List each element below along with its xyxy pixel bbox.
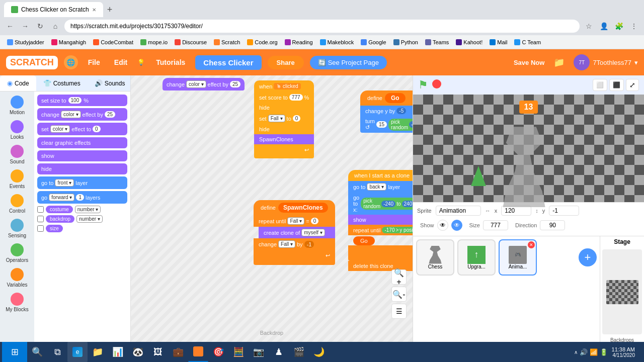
zoom-in-btn[interactable]: 🔍+ <box>391 269 407 285</box>
taskbar-chess[interactable]: ♟ <box>269 342 289 362</box>
direction-input[interactable] <box>540 220 565 230</box>
profile-btn[interactable]: 👤 <box>598 20 610 32</box>
tab-close-btn[interactable]: ✕ <box>92 7 96 13</box>
size-input[interactable] <box>483 220 508 230</box>
taskbar-panda[interactable]: 🐼 <box>128 342 148 362</box>
category-looks[interactable]: Looks <box>2 118 33 142</box>
canvas-change-fall[interactable]: change Fall ▾ by -1 <box>254 238 335 250</box>
bm-mail[interactable]: Mail <box>487 38 510 46</box>
canvas-define-spawnclones[interactable]: define SpawnClones <box>254 200 335 215</box>
sprite-thumb-upgra[interactable]: ↑ Upgra... <box>457 239 496 276</box>
bm-reading[interactable]: Reading <box>282 38 316 46</box>
extensions-btn[interactable]: 🧩 <box>613 20 625 32</box>
category-control[interactable]: Control <box>2 192 33 216</box>
back-btn[interactable]: ← <box>4 20 16 32</box>
canvas-go-to-x-y[interactable]: go to x: pick random -240 to 240 y: 180 <box>348 193 413 215</box>
tray-up-icon[interactable]: ∧ <box>574 349 578 355</box>
category-myblocks[interactable]: My Blocks <box>2 291 33 314</box>
show-desktop-btn[interactable] <box>639 342 642 362</box>
refresh-btn[interactable]: ↻ <box>34 20 46 32</box>
zoom-out-btn[interactable]: 🔍- <box>391 287 407 302</box>
menu-btn[interactable]: ⋮ <box>628 20 640 32</box>
category-variables[interactable]: Variables <box>2 266 33 290</box>
bm-cteam[interactable]: C Team <box>511 38 544 46</box>
canvas-repeat-y[interactable]: repeat until -170 > y position <box>348 225 413 235</box>
canvas-change-y[interactable]: change y by -5 <box>360 106 413 116</box>
tab-sounds[interactable]: 🔊 Sounds <box>88 75 132 91</box>
stage-backdrop-thumb[interactable] <box>602 249 642 334</box>
user-menu[interactable]: 7T 7Toothless77 ▾ <box>574 54 638 70</box>
taskbar-edge[interactable]: e <box>67 342 88 362</box>
add-sprite-btn[interactable]: + <box>579 248 597 266</box>
home-btn[interactable]: ⌂ <box>49 20 61 32</box>
red-stop-btn[interactable] <box>432 79 441 91</box>
stage-small-btn[interactable]: ⬜ <box>593 79 607 91</box>
forward-btn[interactable]: → <box>19 20 31 32</box>
canvas-create-clone[interactable]: create clone of myself ▾ <box>259 227 335 238</box>
block-set-color[interactable]: set color ▾ effect to 0 <box>37 123 127 135</box>
taskbar-media[interactable]: 🎬 <box>289 342 309 362</box>
sprite-delete-btn[interactable]: ✕ <box>528 241 535 248</box>
canvas-when-clone[interactable]: when I start as a clone <box>348 170 413 181</box>
category-operators[interactable]: Operators <box>2 241 33 265</box>
block-go-to-front[interactable]: go to front ▾ layer <box>37 176 127 189</box>
bm-makeblock[interactable]: Makeblock <box>317 38 357 46</box>
category-events[interactable]: Events <box>2 167 33 191</box>
block-go-forward[interactable]: go forward ▾ 1 layers <box>37 191 127 204</box>
canvas-spawnclones[interactable]: SpawnClones <box>254 134 314 144</box>
nav-tutorials[interactable]: Tutorials <box>152 56 189 68</box>
bm-discourse[interactable]: Discourse <box>172 38 210 46</box>
taskbar-search[interactable]: 🔍 <box>27 342 47 362</box>
bm-kahoot[interactable]: Kahoot! <box>453 38 486 46</box>
bm-mope[interactable]: mope.io <box>137 38 171 46</box>
taskbar-clock[interactable]: 11:38 AM 4/11/2020 <box>610 346 637 358</box>
block-clear-effects[interactable]: clear graphic effects <box>37 137 127 148</box>
canvas-set-score[interactable]: set score to 777 % <box>254 92 314 103</box>
green-flag-btn[interactable]: ⚑ <box>418 78 428 92</box>
canvas-define-go[interactable]: define Go <box>360 90 413 106</box>
canvas-turn[interactable]: turn ↺ 15 pick random -240 to 240 <box>360 116 413 133</box>
block-set-size[interactable]: set size to 100 % <box>37 95 127 106</box>
start-button[interactable]: ⊞ <box>2 342 27 362</box>
bm-scratch[interactable]: Scratch <box>211 38 243 46</box>
project-title-btn[interactable]: Chess Clicker <box>195 55 261 70</box>
share-btn[interactable]: Share <box>268 56 304 69</box>
tray-battery[interactable]: 🔋 <box>600 348 608 356</box>
taskbar-scratch-app[interactable] <box>188 342 208 362</box>
category-sensing[interactable]: Sensing <box>2 217 33 240</box>
taskbar-moon[interactable]: 🌙 <box>309 342 329 362</box>
address-input[interactable] <box>64 20 580 33</box>
nav-edit[interactable]: Edit <box>110 56 131 68</box>
canvas-go-to-back[interactable]: go to back ▾ layer <box>348 181 413 193</box>
canvas-menu-btn[interactable]: ☰ <box>391 304 407 319</box>
taskbar-camera[interactable]: 📷 <box>249 342 269 362</box>
sprite-thumb-chess[interactable]: Chess <box>416 239 454 276</box>
category-motion[interactable]: Motion <box>2 94 33 117</box>
checkbox-size-input[interactable] <box>37 225 44 232</box>
block-change-color[interactable]: change color ▾ effect by 25 <box>37 108 127 121</box>
tab-code[interactable]: ◉ Code <box>0 75 36 91</box>
checkbox-costume-input[interactable] <box>37 206 44 213</box>
sprite-name-input[interactable] <box>436 206 481 216</box>
new-tab-btn[interactable]: + <box>103 3 117 17</box>
taskbar-photos[interactable]: 🖼 <box>148 342 168 362</box>
see-project-page-btn[interactable]: 🔄 See Project Page <box>310 56 387 69</box>
taskbar-office[interactable]: 💼 <box>168 342 188 362</box>
canvas-hide[interactable]: hide <box>254 103 314 113</box>
taskbar-files[interactable]: 📁 <box>88 342 108 362</box>
active-tab[interactable]: Chess Clicker on Scratch ✕ <box>4 2 103 17</box>
taskbar-taskview[interactable]: ⧉ <box>47 342 67 362</box>
checkbox-backdrop-input[interactable] <box>37 216 44 222</box>
stage-expand-btn[interactable]: ⤢ <box>626 79 639 91</box>
bm-codecombat[interactable]: CodeCombat <box>90 38 136 46</box>
show-hidden-btn[interactable]: 👁 <box>437 220 448 231</box>
save-now-btn[interactable]: Save Now <box>514 59 544 66</box>
tray-volume[interactable]: 🔊 <box>580 348 588 356</box>
canvas-block-change-color[interactable]: change color ▾ effect by 25 <box>163 78 245 90</box>
canvas-show-clone[interactable]: show <box>348 215 413 225</box>
sprite-thumb-anima[interactable]: ✕ 🎮 Anima... <box>499 239 537 276</box>
bm-mangahigh[interactable]: Mangahigh <box>48 38 89 46</box>
canvas-hide2[interactable]: hide <box>254 124 314 134</box>
canvas-when-clicked[interactable]: when 🖱 clicked <box>254 80 314 92</box>
stage-large-btn[interactable]: ⬛ <box>609 79 624 91</box>
